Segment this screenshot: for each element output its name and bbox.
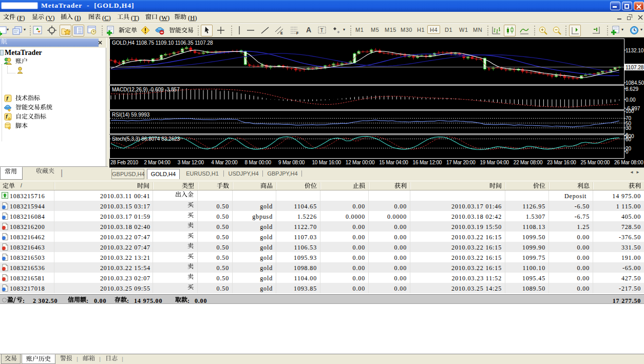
svg-text:2 Mar 04:00: 2 Mar 04:00 bbox=[144, 160, 171, 165]
svg-text:17 Mar 20:00: 17 Mar 20:00 bbox=[446, 160, 476, 165]
svg-text:0.00: 0.00 bbox=[626, 97, 636, 103]
svg-text:MACD(12,26,9) -0.609 -3.857: MACD(12,26,9) -0.609 -3.857 bbox=[112, 87, 180, 92]
svg-text:23 Mar 16:00: 23 Mar 16:00 bbox=[547, 160, 576, 165]
svg-text:16 Mar 12:00: 16 Mar 12:00 bbox=[413, 160, 442, 165]
svg-text:1132.10: 1132.10 bbox=[626, 48, 644, 53]
svg-text:Stoch(5,3,3) 86.8074 83.2623: Stoch(5,3,3) 86.8074 83.2623 bbox=[112, 136, 180, 142]
svg-text:3 Mar 12:00: 3 Mar 12:00 bbox=[178, 160, 204, 165]
svg-text:RSI(14) 59.9993: RSI(14) 59.9993 bbox=[112, 112, 150, 118]
svg-text:1107.28: 1107.28 bbox=[626, 65, 644, 70]
svg-text:8 Mar 00:00: 8 Mar 00:00 bbox=[245, 160, 272, 165]
svg-text:T: T bbox=[320, 28, 324, 33]
svg-text:10 Mar 16:00: 10 Mar 16:00 bbox=[312, 160, 341, 165]
svg-text:GOLD,H4 1108.75 1109.10 1106.: GOLD,H4 1108.75 1109.10 1106.35 1107.28 bbox=[112, 40, 213, 46]
svg-text:1084.50: 1084.50 bbox=[626, 80, 644, 86]
svg-text:E: E bbox=[280, 31, 283, 35]
svg-text:100: 100 bbox=[626, 108, 634, 114]
svg-text:15 Mar 04:00: 15 Mar 04:00 bbox=[379, 160, 408, 165]
svg-text:19 Mar 04:00: 19 Mar 04:00 bbox=[480, 160, 509, 165]
svg-text:F: F bbox=[296, 31, 299, 35]
svg-text:26 Mar 08:00: 26 Mar 08:00 bbox=[614, 160, 643, 165]
svg-text:4 Mar 20:00: 4 Mar 20:00 bbox=[211, 160, 238, 165]
svg-text:12 Mar 00:00: 12 Mar 00:00 bbox=[346, 160, 375, 165]
svg-text:22 Mar 08:00: 22 Mar 08:00 bbox=[514, 160, 543, 165]
svg-text:28 Feb 2010: 28 Feb 2010 bbox=[110, 160, 139, 165]
svg-text:9 Mar 08:00: 9 Mar 08:00 bbox=[278, 160, 305, 165]
svg-text:25 Mar 00:00: 25 Mar 00:00 bbox=[581, 160, 610, 165]
svg-text:80: 80 bbox=[626, 137, 632, 142]
svg-text:30: 30 bbox=[626, 125, 632, 131]
svg-text:8.629: 8.629 bbox=[626, 86, 638, 92]
